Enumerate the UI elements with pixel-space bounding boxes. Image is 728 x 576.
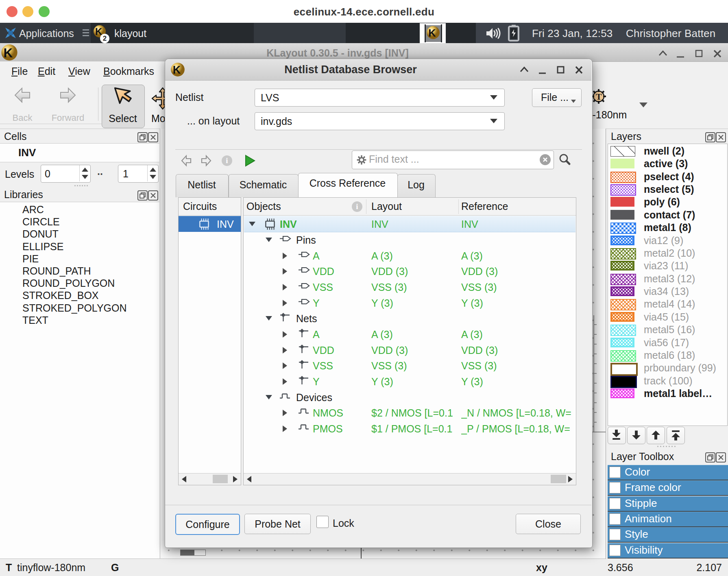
svg-text:T: T (596, 92, 602, 102)
svg-text:K: K (4, 46, 13, 60)
svg-text:K: K (173, 64, 181, 76)
svg-text:K: K (428, 27, 436, 39)
